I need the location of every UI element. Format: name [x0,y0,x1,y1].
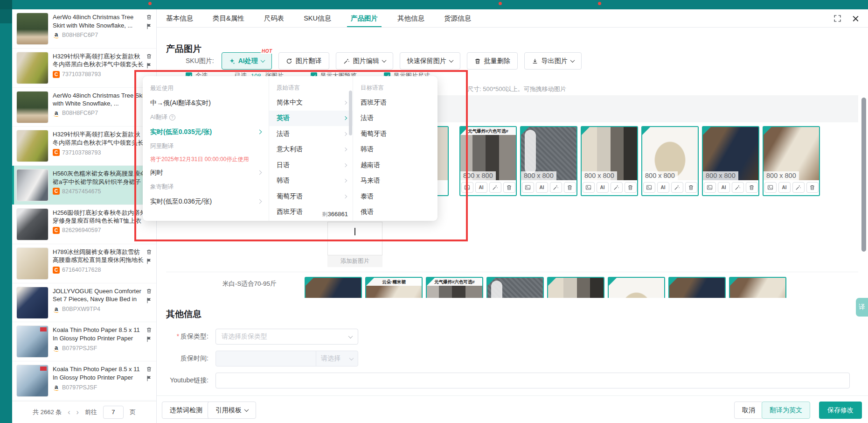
edit-image-button[interactable] [671,182,683,193]
image-card[interactable]: 元气爆炸#六色可选#800 x 800AI [459,126,517,196]
image-card[interactable]: 云朵·糯米裙800 x 800AI [365,277,423,298]
quick-keep-images-button[interactable]: 快速保留图片 [400,52,460,70]
warranty-time-unit-select[interactable]: 请选择 [316,351,358,366]
replace-image-button[interactable] [522,182,534,193]
image-card[interactable]: 800 x 800AI [547,277,604,298]
youtube-link-input[interactable] [215,373,850,388]
image-card[interactable]: 800 x 800AI [581,126,638,196]
target-language-option[interactable]: 泰语 [353,189,437,204]
source-language-option[interactable]: 意大利语 [269,142,353,158]
ai-image-button[interactable]: AI [475,182,487,193]
replace-image-button[interactable] [461,182,473,193]
edit-image-button[interactable] [732,182,744,193]
add-new-image-button[interactable]: 添加新图片 [327,255,382,267]
product-list-item[interactable]: Koala Thin Photo Paper 8.5 x 11 In Gloss… [12,322,156,361]
tab-货源信息[interactable]: 货源信息 [444,9,471,27]
delete-product-icon[interactable] [146,326,152,332]
flag-product-icon[interactable] [146,23,152,29]
delete-image-button[interactable] [564,182,576,193]
edit-image-button[interactable] [489,182,501,193]
tab-尺码表[interactable]: 尺码表 [264,9,285,27]
target-language-option[interactable]: 法语 [353,111,437,127]
delete-image-button[interactable] [806,182,819,193]
tab-SKU信息[interactable]: SKU信息 [304,9,331,27]
ai-realtime-item[interactable]: 实时(低至0.035元/张) [150,125,261,139]
source-language-option[interactable]: 韩语 [269,173,353,189]
image-card[interactable]: 800 x 800AI [668,277,726,298]
source-language-option[interactable]: 葡萄牙语 [269,189,353,204]
delete-product-icon[interactable] [146,288,152,294]
source-language-option[interactable]: 法语 [269,126,353,142]
edit-image-button[interactable] [550,182,562,193]
delete-product-icon[interactable] [146,366,152,372]
cancel-button[interactable]: 取消 [734,402,763,419]
flag-product-icon[interactable] [146,258,152,264]
ai-image-button[interactable]: AI [778,182,791,193]
delete-image-button[interactable] [625,182,637,193]
next-page-button[interactable]: › [76,408,79,416]
flag-product-icon[interactable] [146,62,152,68]
dropdown-scrollbar[interactable] [349,91,352,135]
edit-image-button[interactable] [792,182,805,193]
image-card[interactable]: 800 x 800AI [305,277,362,298]
source-language-option[interactable]: 日语 [269,157,353,173]
tab-类目&属性[interactable]: 类目&属性 [213,9,244,27]
ali-idle-item[interactable]: 闲时 [150,165,261,180]
xiangji-realtime-item[interactable]: 实时(低至0.036元/张) [150,194,261,209]
warranty-type-select[interactable]: 请选择质保类型 [215,329,358,345]
product-list-item[interactable]: H789冰丝阔腿裤女春秋薄款雪纺高腰垂感宽松直筒显瘦休闲拖地长裤C6716407… [12,244,156,283]
use-template-button[interactable]: 引用模板 [208,402,256,419]
export-images-button[interactable]: 导出图片 [524,52,582,70]
tab-产品图片[interactable]: 产品图片 [351,9,378,27]
image-card[interactable]: 800 x 800AI [520,126,577,196]
product-list-item[interactable]: H560灰色糯米裙女春秋高腰显瘦伞裙a字中长裙学院风针织半身裙子C8247574… [12,166,156,205]
tab-其他信息[interactable]: 其他信息 [397,9,424,27]
prev-page-button[interactable]: ‹ [68,408,70,416]
add-image-dropzone[interactable] [327,222,382,255]
modal-scrollbar[interactable] [861,98,866,252]
delete-image-button[interactable] [746,182,758,193]
target-language-option[interactable]: 韩语 [353,142,437,158]
target-language-option[interactable]: 越南语 [353,157,437,173]
image-card[interactable]: 800 x 800AI [729,277,786,298]
target-language-option[interactable]: 马来语 [353,173,437,189]
target-language-option[interactable]: 西班牙语 [353,95,437,111]
ai-image-button[interactable]: AI [657,182,669,193]
product-list-item[interactable]: JOLLYVOGUE Queen Comforter Set 7 Pieces,… [12,283,156,323]
translate-to-english-button[interactable]: 翻译为英文 [762,402,810,419]
product-list-item[interactable]: Koala Thin Photo Paper 8.5 x 11 In Gloss… [12,361,156,401]
delete-product-icon[interactable] [146,248,152,254]
delete-product-icon[interactable] [146,14,152,20]
image-card[interactable]: 800 x 800AI [608,277,665,298]
image-translate-button[interactable]: 图片翻译 [278,52,329,70]
source-language-option[interactable]: 英语 [269,111,353,127]
delete-product-icon[interactable] [146,53,152,59]
image-card[interactable]: 元气爆炸#六色可选#800 x 800AI [426,277,483,298]
ai-image-button[interactable]: AI [536,182,548,193]
fullscreen-icon[interactable] [833,14,841,22]
ai-image-button[interactable]: AI [718,182,730,193]
flag-product-icon[interactable] [146,297,152,303]
save-changes-button[interactable]: 保存修改 [819,402,862,419]
ai-process-button[interactable]: AI处理 HOT [222,52,272,70]
warranty-time-input[interactable] [216,351,316,366]
product-list-item[interactable]: H256圆领打底衫女春秋冬款内搭外穿修身显瘦百搭纯色长袖T恤上衣C8262969… [12,205,156,244]
translate-fab[interactable]: 译 [856,298,868,317]
replace-image-button[interactable] [704,182,716,193]
replace-image-button[interactable] [764,182,777,193]
forbidden-words-check-button[interactable]: 违禁词检测 [162,402,210,419]
image-card[interactable]: 800 x 800AI [641,126,699,196]
edit-image-button[interactable] [611,182,623,193]
image-card[interactable]: 800 x 800AI [486,277,544,298]
product-list-item[interactable]: AerWo 48inch Christmas Tree Skirt with W… [12,88,156,127]
delete-image-button[interactable] [503,182,515,193]
batch-delete-button[interactable]: 批量删除 [467,52,518,70]
replace-image-button[interactable] [583,182,595,193]
tab-基本信息[interactable]: 基本信息 [166,9,193,27]
ai-image-button[interactable]: AI [597,182,609,193]
page-number-input[interactable] [103,406,124,419]
recent-translate-item[interactable]: 中→俄(AI翻译&实时) [150,96,261,110]
image-card[interactable]: 800 x 800AI [763,126,820,196]
target-language-option[interactable]: 俄语 [353,204,437,220]
image-edit-button[interactable]: 图片编辑 [336,52,393,70]
